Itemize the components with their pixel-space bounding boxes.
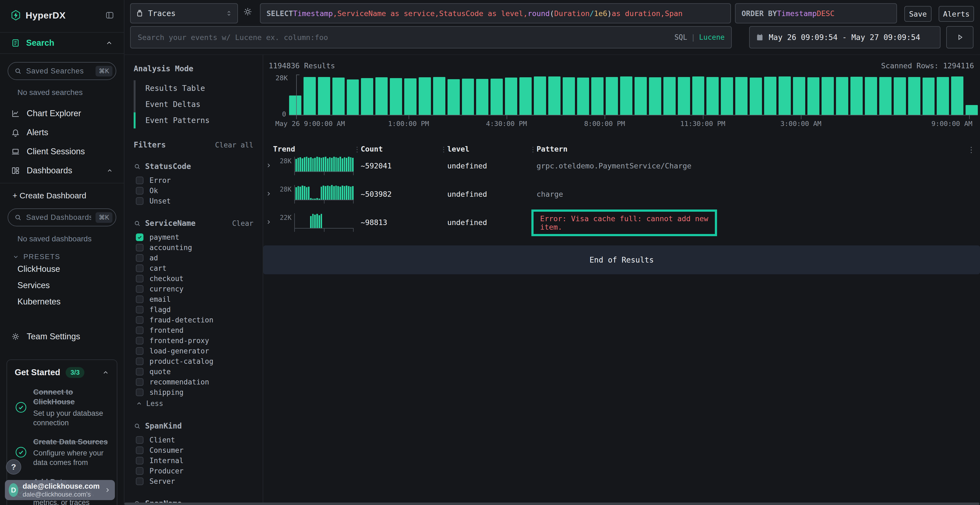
saved-searches-input[interactable]: ⌘K <box>8 62 116 80</box>
sidebar-item-client-sessions[interactable]: Client Sessions <box>0 142 124 161</box>
row-expander-icon[interactable] <box>266 219 272 225</box>
saved-dashboards-input[interactable]: ⌘K <box>8 208 116 226</box>
column-header-trend[interactable]: Trend <box>273 145 295 153</box>
results-histogram[interactable]: 28K 0 May 26 9:00:00 AM1:00:00 PM4:30:00… <box>289 76 978 115</box>
filter-option-cart[interactable]: cart <box>134 263 253 273</box>
show-less-toggle[interactable]: Less <box>134 398 253 409</box>
sidebar-collapse-icon[interactable] <box>105 10 115 20</box>
clear-all-filters-button[interactable]: Clear all <box>215 141 253 149</box>
checkbox[interactable] <box>136 306 143 313</box>
row-expander-icon[interactable] <box>266 162 272 169</box>
filter-option-consumer[interactable]: Consumer <box>134 445 253 456</box>
filter-option-frontend-proxy[interactable]: frontend-proxy <box>134 335 253 346</box>
checkbox[interactable] <box>136 285 143 293</box>
language-sql[interactable]: SQL <box>674 33 687 41</box>
saved-searches-field[interactable] <box>25 67 92 76</box>
filter-option-flagd[interactable]: flagd <box>134 305 253 315</box>
date-range-picker[interactable]: May 26 09:09:54 - May 27 09:09:54 <box>749 26 940 48</box>
filter-option-producer[interactable]: Producer <box>134 466 253 476</box>
filter-option-shipping[interactable]: shipping <box>134 387 253 397</box>
checkbox-checked[interactable] <box>136 233 143 241</box>
sql-orderby-editor[interactable]: ORDER BY Timestamp DESC <box>735 3 897 24</box>
checkbox[interactable] <box>136 244 143 251</box>
checkbox[interactable] <box>136 347 143 355</box>
search-input[interactable] <box>137 33 674 42</box>
filter-option-load-generator[interactable]: load-generator <box>134 346 253 356</box>
sidebar-item-chart-explorer[interactable]: Chart Explorer <box>0 104 124 123</box>
checkbox[interactable] <box>136 187 143 195</box>
checkbox[interactable] <box>136 254 143 262</box>
filter-option-client[interactable]: Client <box>134 435 253 445</box>
filter-option-payment[interactable]: payment <box>134 232 253 243</box>
sidebar-item-dashboards[interactable]: Dashboards <box>0 161 124 180</box>
sidebar-item-alerts[interactable]: Alerts <box>0 123 124 142</box>
checkbox[interactable] <box>136 467 143 475</box>
table-row[interactable]: 28K~592041undefinedgrpc.oteldemo.Payment… <box>263 152 980 181</box>
preset-item-kubernetes[interactable]: Kubernetes <box>0 294 124 310</box>
analysis-mode-event-patterns[interactable]: Event Patterns <box>134 113 253 129</box>
column-header-count[interactable]: Count <box>361 145 383 153</box>
filter-option-error[interactable]: Error <box>134 175 253 186</box>
checkbox[interactable] <box>136 389 143 396</box>
table-row[interactable]: 22K~98813undefinedError: Visa cache full… <box>263 209 980 237</box>
get-started-header[interactable]: Get Started 3/3 <box>15 367 109 378</box>
filter-option-server[interactable]: Server <box>134 476 253 486</box>
preset-item-clickhouse[interactable]: ClickHouse <box>0 261 124 277</box>
event-search-bar[interactable]: SQL | Lucene <box>130 26 732 48</box>
filter-option-ad[interactable]: ad <box>134 253 253 263</box>
checkbox[interactable] <box>136 197 143 205</box>
analysis-mode-event-deltas[interactable]: Event Deltas <box>134 96 253 113</box>
checkbox[interactable] <box>136 457 143 464</box>
checkbox[interactable] <box>136 176 143 184</box>
search-icon[interactable] <box>134 220 141 227</box>
source-select[interactable]: Traces <box>130 3 238 24</box>
run-query-button[interactable] <box>946 26 974 48</box>
checkbox[interactable] <box>136 446 143 454</box>
checkbox[interactable] <box>136 357 143 365</box>
get-started-item-title[interactable]: Create Data Sources <box>33 437 109 447</box>
get-started-item-title[interactable]: Connect to ClickHouse <box>33 387 109 407</box>
search-icon[interactable] <box>134 163 141 170</box>
table-row[interactable]: 28K~503982undefinedcharge <box>263 181 980 209</box>
checkbox[interactable] <box>136 264 143 272</box>
checkbox[interactable] <box>136 436 143 444</box>
checkbox[interactable] <box>136 368 143 375</box>
filter-option-email[interactable]: email <box>134 294 253 305</box>
language-lucene[interactable]: Lucene <box>699 33 725 41</box>
column-header-level[interactable]: level <box>447 145 469 153</box>
horizontal-scrollbar[interactable] <box>124 503 980 505</box>
sql-select-editor[interactable]: SELECT Timestamp, ServiceName as service… <box>260 3 731 24</box>
column-header-pattern[interactable]: Pattern <box>536 145 568 153</box>
filter-option-frontend[interactable]: frontend <box>134 325 253 335</box>
highlighted-pattern-cell[interactable]: Error: Visa cache full: cannot add new i… <box>531 210 717 236</box>
checkbox[interactable] <box>136 327 143 334</box>
filter-option-quote[interactable]: quote <box>134 367 253 377</box>
sidebar-item-search[interactable]: Search <box>0 32 124 54</box>
filter-option-accounting[interactable]: accounting <box>134 243 253 253</box>
user-menu[interactable]: D dale@clickhouse.com dale@clickhouse.co… <box>5 480 115 500</box>
checkbox[interactable] <box>136 295 143 303</box>
help-button[interactable]: ? <box>6 459 21 475</box>
filter-option-ok[interactable]: Ok <box>134 186 253 196</box>
alerts-button[interactable]: Alerts <box>939 6 974 22</box>
saved-dashboards-field[interactable] <box>25 213 92 222</box>
create-dashboard-button[interactable]: + Create Dashboard <box>0 183 124 200</box>
checkbox[interactable] <box>136 337 143 345</box>
checkbox[interactable] <box>136 316 143 324</box>
filter-option-product-catalog[interactable]: product-catalog <box>134 356 253 367</box>
search-icon[interactable] <box>134 422 141 430</box>
filter-option-recommendation[interactable]: recommendation <box>134 377 253 387</box>
checkbox[interactable] <box>136 378 143 386</box>
filter-option-currency[interactable]: currency <box>134 284 253 294</box>
save-button[interactable]: Save <box>904 6 932 22</box>
filter-group-clear-button[interactable]: Clear <box>232 219 253 227</box>
checkbox[interactable] <box>136 275 143 283</box>
preset-item-services[interactable]: Services <box>0 277 124 294</box>
analysis-mode-results-table[interactable]: Results Table <box>134 80 253 96</box>
row-expander-icon[interactable] <box>266 191 272 197</box>
source-settings-gear-icon[interactable] <box>243 6 253 17</box>
filter-option-unset[interactable]: Unset <box>134 196 253 206</box>
filter-option-checkout[interactable]: checkout <box>134 273 253 284</box>
sidebar-item-team-settings[interactable]: Team Settings <box>0 326 124 347</box>
presets-toggle[interactable]: PRESETS <box>13 252 124 261</box>
